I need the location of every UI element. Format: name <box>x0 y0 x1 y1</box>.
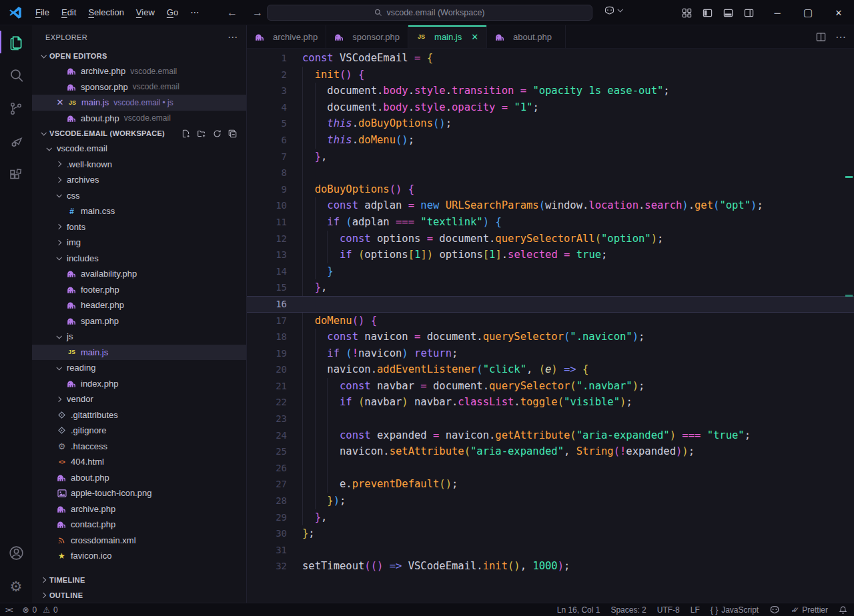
toggle-primary-sidebar-icon[interactable] <box>703 8 713 18</box>
code-line-15[interactable]: 15 }, <box>247 279 854 296</box>
explorer-more-actions-icon[interactable]: ⋯ <box>228 31 238 43</box>
tree-file-404.html[interactable]: <>404.html <box>32 454 246 470</box>
new-file-icon[interactable] <box>181 129 190 138</box>
menu-file[interactable]: File <box>29 5 55 20</box>
code-line-25[interactable]: 25 navicon.setAttribute("aria-expanded",… <box>247 443 854 460</box>
tree-folder-archives[interactable]: archives <box>32 172 246 188</box>
workspace-header[interactable]: VSCODE.EMAIL (WORKSPACE) <box>32 126 246 141</box>
tree-folder-vendor[interactable]: vendor <box>32 391 246 407</box>
tree-file-apple-touch-icon.png[interactable]: apple-touch-icon.png <box>32 485 246 501</box>
code-line-12[interactable]: 12 const options = document.querySelecto… <box>247 231 854 247</box>
copilot-status[interactable] <box>769 605 780 614</box>
code-line-27[interactable]: 27 e.preventDefault(); <box>247 476 854 493</box>
menu-go[interactable]: Go <box>161 5 184 20</box>
new-folder-icon[interactable] <box>197 129 206 138</box>
code-line-8[interactable]: 8 <box>247 165 854 181</box>
language-mode[interactable]: { } JavaScript <box>711 605 759 615</box>
code-line-3[interactable]: 3 document.body.style.transition = "opac… <box>247 83 854 99</box>
tree-file-spam.php[interactable]: spam.php <box>32 313 246 329</box>
code-line-5[interactable]: 5 this.doBuyOptions(); <box>247 115 854 132</box>
code-line-14[interactable]: 14 } <box>247 263 854 280</box>
code-line-9[interactable]: 9 doBuyOptions() { <box>247 181 854 198</box>
tab-sponsor.php[interactable]: sponsor.php <box>326 25 408 48</box>
tree-file-.gitignore[interactable]: .gitignore <box>32 423 246 439</box>
section-timeline[interactable]: TIMELINE <box>32 572 246 587</box>
minimize-button[interactable]: ─ <box>762 0 793 25</box>
activity-files-icon[interactable] <box>0 25 32 59</box>
tree-file-.htaccess[interactable]: ⚙.htaccess <box>32 439 246 455</box>
tab-archive.php[interactable]: archive.php <box>247 25 326 48</box>
tree-file-crossdomain.xml[interactable]: crossdomain.xml <box>32 533 246 549</box>
open-editor-archive.php[interactable]: archive.phpvscode.email <box>32 63 246 79</box>
code-line-6[interactable]: 6 this.doMenu(); <box>247 132 854 149</box>
activity-search-icon[interactable] <box>0 59 32 92</box>
code-line-16[interactable]: 16 <box>247 296 854 313</box>
indentation[interactable]: Spaces: 2 <box>610 605 646 615</box>
code-line-31[interactable]: 31 <box>247 542 854 559</box>
code-line-23[interactable]: 23 <box>247 411 854 427</box>
close-icon[interactable]: ✕ <box>471 32 478 42</box>
split-editor-icon[interactable] <box>816 32 826 42</box>
refresh-icon[interactable] <box>213 129 222 138</box>
code-line-4[interactable]: 4 document.body.style.opacity = "1"; <box>247 99 854 116</box>
close-button[interactable]: ✕ <box>823 0 854 25</box>
section-outline[interactable]: OUTLINE <box>32 587 246 603</box>
code-line-17[interactable]: 17 doMenu() { <box>247 313 854 329</box>
notifications-bell[interactable] <box>839 605 847 615</box>
activity-extensions-icon[interactable] <box>0 159 32 192</box>
tree-folder-js[interactable]: js <box>32 329 246 345</box>
tree-file-favicon.ico[interactable]: ★favicon.ico <box>32 548 246 564</box>
close-icon[interactable]: ✕ <box>55 97 65 107</box>
tree-file-contact.php[interactable]: contact.php <box>32 517 246 533</box>
open-editor-sponsor.php[interactable]: sponsor.phpvscode.email <box>32 79 246 95</box>
customize-layout-icon[interactable] <box>682 8 692 18</box>
tree-folder-img[interactable]: img <box>32 235 246 251</box>
tree-file-about.php[interactable]: about.php <box>32 470 246 486</box>
tree-file-availability.php[interactable]: availability.php <box>32 266 246 282</box>
code-line-10[interactable]: 10 const adplan = new URLSearchParams(wi… <box>247 197 854 214</box>
code-line-11[interactable]: 11 if (adplan === "textlink") { <box>247 214 854 231</box>
code-line-28[interactable]: 28 }); <box>247 493 854 509</box>
code-line-30[interactable]: 30}; <box>247 525 854 542</box>
tree-folder-.well-known[interactable]: .well-known <box>32 157 246 173</box>
code-line-26[interactable]: 26 <box>247 460 854 477</box>
cursor-position[interactable]: Ln 16, Col 1 <box>557 605 600 615</box>
encoding[interactable]: UTF-8 <box>657 605 680 615</box>
tab-main.js[interactable]: JSmain.js✕ <box>408 25 487 48</box>
menu-edit[interactable]: Edit <box>55 5 82 20</box>
code-line-19[interactable]: 19 if (!navicon) return; <box>247 345 854 362</box>
nav-back-icon[interactable]: ← <box>227 7 238 19</box>
tree-file-footer.php[interactable]: footer.php <box>32 282 246 298</box>
toggle-secondary-sidebar-icon[interactable] <box>744 8 754 18</box>
open-editor-main.js[interactable]: ✕JSmain.jsvscode.email • js <box>32 95 246 111</box>
code-line-1[interactable]: 1const VSCodeEmail = { <box>247 50 854 67</box>
menu-view[interactable]: View <box>130 5 161 20</box>
code-line-29[interactable]: 29 }, <box>247 509 854 526</box>
code-line-18[interactable]: 18 const navicon = document.querySelecto… <box>247 329 854 345</box>
tab-about.php[interactable]: about.php <box>487 25 566 48</box>
collapse-all-icon[interactable] <box>228 129 237 138</box>
command-center-search[interactable]: vscode.email (Workspace) <box>267 5 592 21</box>
tree-folder-includes[interactable]: includes <box>32 251 246 267</box>
code-line-21[interactable]: 21 const navbar = document.querySelector… <box>247 378 854 395</box>
open-editors-header[interactable]: OPEN EDITORS <box>32 49 246 63</box>
tree-file-archive.php[interactable]: archive.php <box>32 501 246 517</box>
tree-folder-reading[interactable]: reading <box>32 360 246 376</box>
problems-indicator[interactable]: ⊗0 ⚠0 <box>22 605 57 615</box>
tree-folder-css[interactable]: css <box>32 188 246 204</box>
code-line-2[interactable]: 2 init() { <box>247 67 854 83</box>
code-line-24[interactable]: 24 const expanded = navicon.getAttribute… <box>247 427 854 444</box>
tree-file-header.php[interactable]: header.php <box>32 297 246 313</box>
maximize-button[interactable]: ▢ <box>793 0 823 25</box>
toggle-panel-icon[interactable] <box>723 8 733 18</box>
copilot-menu[interactable] <box>604 5 622 15</box>
code-line-22[interactable]: 22 if (navbar) navbar.classList.toggle("… <box>247 394 854 411</box>
tree-file-main.js[interactable]: JSmain.js <box>32 345 246 361</box>
tree-folder-vscode.email[interactable]: vscode.email <box>32 141 246 157</box>
code-line-7[interactable]: 7 }, <box>247 149 854 165</box>
code-editor[interactable]: 1const VSCodeEmail = {2 init() {3 docume… <box>247 49 854 603</box>
formatter-status[interactable]: ✓✓ Prettier <box>791 605 828 615</box>
tree-file-index.php[interactable]: index.php <box>32 376 246 392</box>
menu-overflow[interactable]: ⋯ <box>184 5 205 20</box>
activity-run-debug-icon[interactable] <box>0 125 32 159</box>
